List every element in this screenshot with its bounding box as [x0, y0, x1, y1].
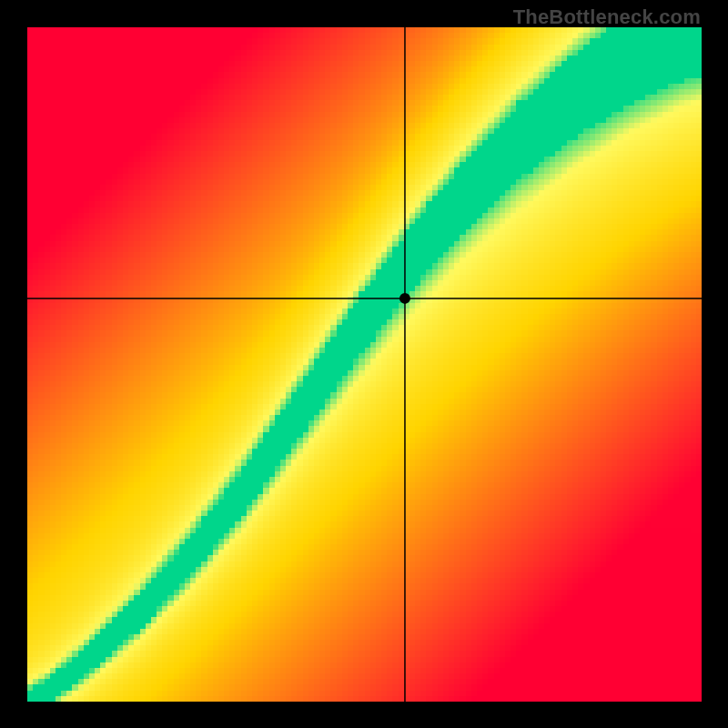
- watermark-text: TheBottleneck.com: [513, 5, 701, 29]
- chart-frame: TheBottleneck.com: [0, 0, 728, 728]
- heatmap-canvas: [27, 27, 702, 702]
